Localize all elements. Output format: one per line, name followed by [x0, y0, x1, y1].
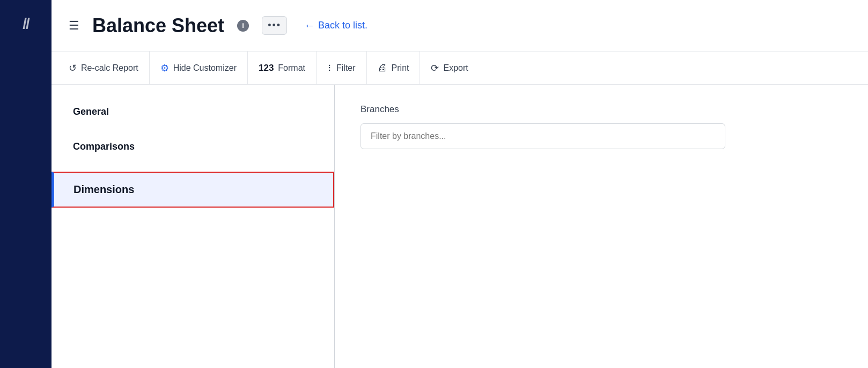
- format-button[interactable]: 123 Format: [248, 51, 317, 84]
- sidebar-item-general[interactable]: General: [73, 102, 313, 122]
- filter-icon: ⫶: [327, 62, 332, 73]
- hide-customizer-button[interactable]: ⚙ Hide Customizer: [150, 51, 248, 84]
- sidebar-item-comparisons[interactable]: Comparisons: [73, 137, 313, 157]
- filter-button[interactable]: ⫶ Filter: [317, 51, 367, 84]
- gear-icon: ⚙: [160, 62, 169, 74]
- format-number-icon: 123: [259, 63, 274, 73]
- menu-icon[interactable]: ☰: [69, 19, 79, 33]
- main-content: ☰ Balance Sheet i ••• ← Back to list. ↺ …: [52, 0, 868, 368]
- sidebar: //: [0, 0, 52, 368]
- info-icon[interactable]: i: [237, 20, 249, 32]
- export-icon: ⟳: [431, 62, 439, 74]
- filter-label: Filter: [336, 63, 356, 73]
- content-area: General Comparisons Dimensions Branches: [52, 85, 868, 368]
- back-to-list-link[interactable]: ← Back to list.: [304, 19, 367, 32]
- print-icon: 🖨: [378, 62, 387, 73]
- branches-label: Branches: [361, 104, 842, 115]
- recalc-icon: ↺: [69, 62, 77, 74]
- more-options-button[interactable]: •••: [262, 16, 287, 35]
- back-arrow-icon: ←: [304, 19, 315, 32]
- page-title: Balance Sheet: [92, 14, 224, 37]
- export-label: Export: [443, 63, 468, 73]
- print-button[interactable]: 🖨 Print: [367, 51, 421, 84]
- header: ☰ Balance Sheet i ••• ← Back to list.: [52, 0, 868, 51]
- sidebar-logo: //: [23, 15, 29, 32]
- hide-customizer-label: Hide Customizer: [173, 63, 237, 73]
- format-label: Format: [278, 63, 305, 73]
- recalc-label: Re-calc Report: [81, 63, 138, 73]
- export-button[interactable]: ⟳ Export: [420, 51, 479, 84]
- toolbar: ↺ Re-calc Report ⚙ Hide Customizer 123 F…: [52, 51, 868, 85]
- left-panel: General Comparisons Dimensions: [52, 85, 335, 368]
- print-label: Print: [392, 63, 409, 73]
- recalc-report-button[interactable]: ↺ Re-calc Report: [64, 51, 150, 84]
- right-panel: Branches: [335, 85, 868, 368]
- branches-filter-input[interactable]: [361, 123, 725, 149]
- back-link-label: Back to list.: [318, 20, 367, 31]
- sidebar-item-dimensions[interactable]: Dimensions: [52, 172, 334, 208]
